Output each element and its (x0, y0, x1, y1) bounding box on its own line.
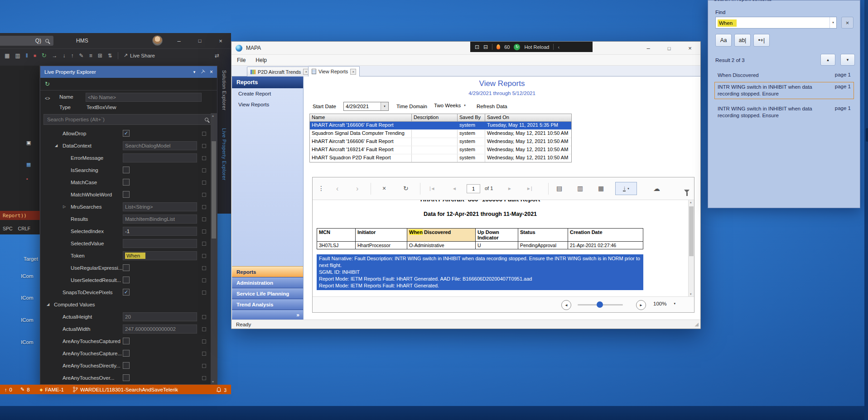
restart-icon[interactable]: ↻ (42, 52, 47, 59)
project-name[interactable]: FAME-1 (45, 387, 64, 392)
lpe-search-input[interactable] (47, 117, 205, 122)
hot-reload-label[interactable]: Hot Reload (524, 44, 549, 50)
binding-box[interactable] (202, 181, 206, 185)
zoom-level-select[interactable]: 100% ▾ (653, 301, 675, 306)
binding-box[interactable] (202, 315, 206, 319)
binding-box[interactable] (202, 132, 206, 136)
step-out-icon[interactable]: ↑ (71, 52, 74, 59)
layout-adorners-icon[interactable]: ⊟ (483, 44, 488, 50)
grid-row[interactable]: Squadron Signal Data Computer Trending s… (310, 130, 571, 138)
grid-icon[interactable]: ⊞ (98, 52, 102, 59)
desktop-icon-label[interactable]: ICom (21, 295, 33, 301)
item-blue-icon[interactable]: ▦ (26, 162, 31, 167)
pause-icon[interactable]: ‖ (26, 52, 28, 59)
item-red-icon[interactable]: ▪ (26, 176, 28, 181)
history-back-icon[interactable]: ‹ (336, 185, 338, 193)
close-tab-icon[interactable]: × (350, 69, 356, 75)
minimize-icon[interactable]: – (169, 33, 189, 48)
tab-live-property-explorer[interactable]: Live Property Explorer (222, 128, 227, 180)
close-icon[interactable]: × (210, 69, 213, 75)
list-icon[interactable]: ≡ (89, 52, 92, 59)
print-icon[interactable]: ▦ (598, 185, 604, 192)
cancel-icon[interactable]: × (382, 185, 386, 192)
fault-narrative-selection[interactable]: Fault Narrative: Fault Description: INTR… (317, 254, 643, 290)
desktop-icon-label[interactable]: ICom (21, 339, 33, 345)
binding-box[interactable] (202, 229, 206, 234)
search-result-current[interactable]: INTR WING switch in INHIBIT when data re… (714, 82, 854, 99)
scroll-up-icon[interactable]: ▴ (212, 114, 214, 118)
branch-name[interactable]: WARDELL/118301-SearchAndSaveTelerik (80, 387, 178, 392)
binding-box[interactable] (202, 217, 206, 221)
binding-box[interactable] (202, 205, 206, 209)
resize-grip[interactable]: ◢ (695, 321, 699, 327)
viewer-scrollbar[interactable]: ▴ ▾ (688, 200, 694, 296)
first-page-icon[interactable]: |◄ (429, 186, 435, 191)
expander-icon[interactable]: ◢ (47, 302, 49, 306)
edge-notch[interactable] (866, 128, 868, 142)
search-result[interactable]: INTR WING switch in INHIBIT when data re… (714, 104, 854, 121)
crlf-indicator[interactable]: CRLF (18, 226, 30, 231)
zoom-slider[interactable] (578, 304, 623, 305)
binding-box[interactable] (202, 327, 206, 331)
swap-icon[interactable]: ⇅ (108, 52, 112, 59)
property-row-token[interactable]: Token When (40, 250, 211, 262)
grid-col-description[interactable]: Description (412, 114, 458, 122)
nav-group-trend-analysis[interactable]: Trend Analysis (232, 299, 303, 310)
desktop-icon-label[interactable]: Target (24, 256, 38, 262)
grid-col-name[interactable]: Name (310, 114, 412, 122)
collapse-toolbar-icon[interactable]: ‹ (558, 44, 559, 50)
binding-box[interactable] (202, 339, 206, 344)
history-forward-icon[interactable]: › (356, 185, 358, 193)
property-row[interactable]: IsSearching (40, 164, 211, 177)
pen-icon[interactable]: ✎ (79, 52, 84, 59)
binding-box[interactable] (202, 291, 206, 295)
expander-icon[interactable]: ▷ (63, 205, 66, 209)
notification-count[interactable]: 3 (224, 388, 227, 393)
refresh-icon[interactable]: ↻ (403, 185, 409, 192)
start-date-field[interactable]: 4/29/2021 ▾ (343, 102, 389, 111)
scroll-down-icon[interactable]: ▾ (690, 292, 692, 296)
checkbox[interactable] (123, 338, 130, 344)
property-row[interactable]: MatchCase (40, 177, 211, 189)
maximize-icon[interactable]: □ (659, 42, 680, 55)
picture-icon[interactable]: ▦ (5, 52, 10, 59)
prev-page-icon[interactable]: ◄ (452, 186, 457, 191)
binding-box[interactable] (202, 242, 206, 246)
expander-icon[interactable]: ◢ (55, 143, 58, 148)
property-value[interactable]: -1 (123, 227, 197, 236)
binding-box[interactable] (202, 266, 206, 270)
property-value[interactable]: When (123, 251, 197, 260)
grid-col-saved-on[interactable]: Saved On (485, 114, 571, 122)
desktop-icon-label[interactable]: ICom (21, 317, 33, 323)
checkbox[interactable] (123, 191, 130, 198)
edit-count[interactable]: 8 (27, 387, 29, 392)
binding-box[interactable] (202, 193, 206, 197)
next-result-button[interactable]: ▾ (840, 54, 855, 66)
property-value[interactable]: 247.60000000000002 (123, 325, 197, 334)
grid-row[interactable]: HhART Aircraft '166606' Fault Report sys… (310, 138, 571, 146)
page-number-input[interactable]: 1 (467, 184, 480, 193)
grid-row[interactable]: HhART Aircraft '166606' Fault Report sys… (310, 122, 571, 130)
zoom-slider-thumb[interactable] (597, 301, 603, 308)
checkbox[interactable] (123, 374, 130, 381)
print-preview-icon[interactable]: ▤ (556, 185, 562, 192)
property-row[interactable]: AreAnyTouchesCapture... (40, 348, 211, 360)
binding-box[interactable] (202, 376, 206, 380)
property-row[interactable]: ErrorMessage (40, 152, 211, 164)
user-avatar[interactable] (152, 35, 163, 46)
property-value[interactable]: SearchDialogModel (123, 141, 197, 150)
close-search-button[interactable]: × (841, 17, 854, 29)
continue-icon[interactable]: → (52, 52, 58, 59)
property-row[interactable]: MatchWholeWord (40, 189, 211, 201)
property-row[interactable]: AllowDrop (40, 128, 211, 140)
nav-item-view-reports[interactable]: View Reports (232, 99, 303, 110)
binding-box[interactable] (202, 156, 206, 160)
property-row[interactable]: AreAnyTouchesDirectly... (40, 360, 211, 372)
property-row[interactable]: ◢ DataContext SearchDialogModel (40, 140, 211, 152)
find-input[interactable]: When ▾ (715, 17, 837, 29)
refresh-data-button[interactable]: Refresh Data (477, 104, 507, 109)
zoom-in-button[interactable]: ► (636, 300, 646, 310)
checkbox[interactable] (123, 264, 130, 271)
find-history-dropdown-icon[interactable]: ▾ (829, 17, 836, 28)
nav-item-create-report[interactable]: Create Report (232, 88, 303, 99)
